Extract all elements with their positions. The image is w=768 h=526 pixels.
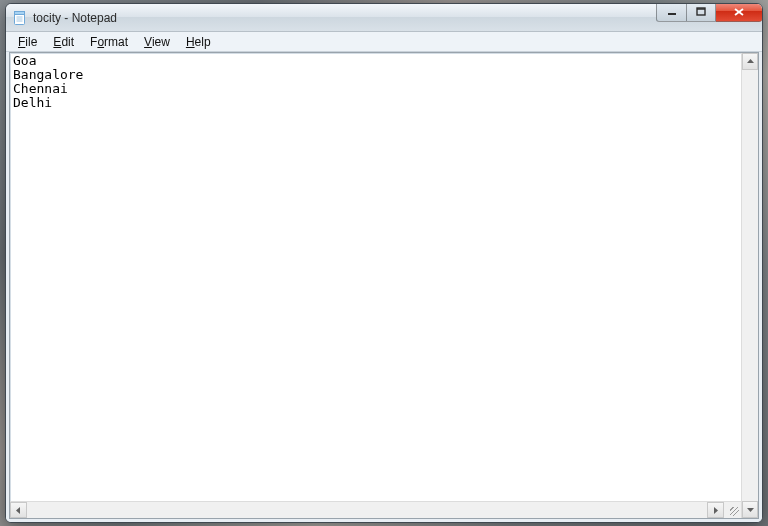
menu-help[interactable]: Help [178,34,219,50]
close-icon [733,7,745,17]
window-title: tocity - Notepad [33,11,656,25]
menubar: File Edit Format View Help [6,32,762,52]
svg-marker-10 [16,507,20,514]
svg-rect-5 [668,13,676,15]
chevron-down-icon [747,506,754,513]
resize-grip[interactable] [724,502,741,518]
svg-marker-13 [747,508,754,512]
minimize-icon [667,7,677,17]
menu-format[interactable]: Format [82,34,136,50]
svg-line-8 [735,9,743,15]
maximize-icon [696,7,706,17]
chevron-left-icon [15,507,22,514]
vscroll-track[interactable] [742,70,758,501]
chevron-up-icon [747,58,754,65]
svg-rect-6 [697,8,705,15]
scroll-left-button[interactable] [10,502,27,518]
menu-edit[interactable]: Edit [45,34,82,50]
vertical-scrollbar[interactable] [741,53,758,518]
menu-file[interactable]: File [10,34,45,50]
maximize-button[interactable] [686,3,716,22]
chevron-right-icon [712,507,719,514]
hscroll-track[interactable] [27,502,707,518]
svg-marker-12 [747,59,754,63]
minimize-button[interactable] [656,3,686,22]
notepad-icon [12,10,28,26]
notepad-window: tocity - Notepad File Edit Format View H… [5,3,763,523]
svg-rect-1 [15,11,25,14]
svg-line-9 [735,9,743,15]
window-controls [656,4,762,31]
text-editor[interactable]: Goa Bangalore Chennai Delhi [10,53,741,501]
svg-marker-11 [714,507,718,514]
scroll-down-button[interactable] [742,501,758,518]
titlebar[interactable]: tocity - Notepad [6,4,762,32]
menu-view[interactable]: View [136,34,178,50]
scroll-right-button[interactable] [707,502,724,518]
editor-frame: Goa Bangalore Chennai Delhi [9,52,759,519]
scroll-up-button[interactable] [742,53,758,70]
client-area: Goa Bangalore Chennai Delhi [6,52,762,522]
close-button[interactable] [716,3,762,22]
horizontal-scrollbar[interactable] [10,501,741,518]
